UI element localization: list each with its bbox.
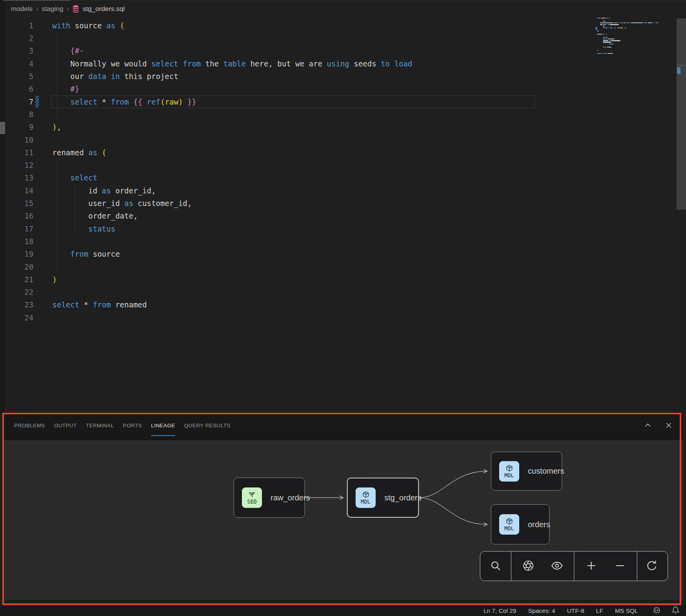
code-line-11[interactable]: 11renamed as ( (5, 146, 106, 159)
code-text: our data in this project (52, 70, 178, 83)
line-number: 19 (5, 248, 33, 261)
code-line-24[interactable]: 24 (5, 311, 52, 324)
code-line-22[interactable]: 22 (5, 286, 52, 299)
code-text: user_id as customer_id, (52, 197, 192, 210)
breadcrumb-separator: › (67, 6, 69, 13)
panel-actions (643, 421, 673, 430)
code-line-19[interactable]: 19 from source (5, 248, 120, 261)
code-text: select (52, 171, 97, 184)
line-number: 1 (5, 19, 33, 32)
breadcrumb: models › staging › stg_orders.sql (5, 1, 125, 17)
tab-problems[interactable]: PROBLEMS (14, 416, 45, 436)
code-editor[interactable]: 1with source as (23 {#-4 Normally we wou… (5, 17, 677, 413)
eye-button[interactable] (546, 555, 568, 577)
tab-lineage[interactable]: LINEAGE (151, 416, 175, 436)
code-line-9[interactable]: 9), (5, 121, 61, 134)
eye-icon (551, 560, 563, 573)
code-text: ), (52, 121, 61, 134)
refresh-icon (646, 560, 658, 573)
bell-button[interactable] (671, 607, 680, 615)
line-number: 20 (5, 261, 33, 274)
node-label: customers (528, 467, 564, 476)
line-number: 16 (5, 210, 33, 222)
copilot-button[interactable] (652, 607, 661, 615)
code-text: select * from renamed (52, 298, 147, 311)
code-line-14[interactable]: 14 id as order_id, (5, 184, 156, 197)
line-number: 21 (5, 273, 33, 286)
code-line-1[interactable]: 1with source as ( (5, 19, 124, 32)
minus-button[interactable] (609, 555, 631, 577)
left-rail-scroll-indicator[interactable] (0, 122, 5, 134)
line-number: 22 (5, 286, 33, 299)
node-badge: MDL (499, 514, 519, 535)
panel-scrollbar-track[interactable] (4, 600, 683, 605)
vscode-window: models › staging › stg_orders.sql 1with … (0, 0, 686, 616)
search-button[interactable] (484, 555, 507, 577)
code-line-7[interactable]: 7 select * from {{ ref(raw) }} (5, 96, 196, 108)
line-number: 5 (5, 70, 33, 83)
minimap[interactable] (597, 17, 670, 56)
node-badge-label: MDL (504, 525, 514, 531)
code-line-20[interactable]: 20 (5, 261, 52, 274)
status-bar: Ln 7, Col 29Spaces: 4UTF-8LFMS SQL (0, 606, 686, 616)
search-icon (490, 560, 502, 573)
code-line-17[interactable]: 17 status (5, 222, 115, 235)
lineage-node-raw_orders[interactable]: SEDraw_orders (234, 478, 305, 518)
code-line-21[interactable]: 21) (5, 273, 57, 286)
breadcrumb-separator: › (36, 6, 38, 13)
lineage-graph[interactable]: SEDraw_ordersMDLstg_ordersMDLcustomersMD… (4, 440, 683, 606)
tab-query-results[interactable]: QUERY RESULTS (184, 416, 231, 436)
bell-icon (671, 606, 680, 616)
code-line-6[interactable]: 6 #} (5, 83, 79, 96)
breadcrumb-item-staging[interactable]: staging (42, 5, 63, 13)
lineage-node-orders[interactable]: MDLorders (491, 504, 550, 544)
code-line-13[interactable]: 13 select (5, 171, 97, 184)
code-text: {#- (52, 44, 84, 57)
code-line-18[interactable]: 18 (5, 235, 52, 248)
code-line-4[interactable]: 4 Normally we would select from the tabl… (5, 57, 412, 70)
breadcrumb-item-models[interactable]: models (11, 5, 33, 13)
editor-tab-sliver (3, 0, 70, 1)
line-number: 3 (5, 44, 33, 57)
code-line-8[interactable]: 8 (5, 108, 52, 121)
code-line-16[interactable]: 16 order_date, (5, 210, 138, 222)
lineage-node-stg_orders[interactable]: MDLstg_orders (347, 478, 419, 518)
status-indentation[interactable]: Spaces: 4 (528, 607, 555, 614)
line-number: 23 (5, 298, 33, 311)
scrollbar[interactable] (677, 18, 686, 210)
code-text: #} (52, 83, 79, 96)
aperture-icon (522, 560, 534, 573)
tab-ports[interactable]: PORTS (123, 416, 142, 436)
copilot-icon (653, 606, 661, 616)
status-cursor-position[interactable]: Ln 7, Col 29 (483, 607, 516, 614)
tab-terminal[interactable]: TERMINAL (86, 416, 114, 436)
node-badge: MDL (499, 461, 519, 482)
breadcrumb-file-name[interactable]: stg_orders.sql (83, 5, 125, 13)
lineage-toolbar (480, 551, 668, 581)
database-icon (72, 5, 79, 13)
aperture-button[interactable] (517, 555, 540, 577)
code-line-23[interactable]: 23select * from renamed (5, 298, 147, 311)
lineage-node-customers[interactable]: MDLcustomers (491, 452, 562, 491)
code-line-3[interactable]: 3 {#- (5, 44, 84, 57)
line-number: 4 (5, 57, 33, 70)
plus-button[interactable] (580, 555, 603, 577)
code-line-5[interactable]: 5 our data in this project (5, 70, 178, 83)
tab-output[interactable]: OUTPUT (54, 416, 77, 436)
code-line-12[interactable]: 12 (5, 159, 52, 172)
panel-maximize-button[interactable] (643, 421, 653, 430)
code-line-10[interactable]: 10 (5, 134, 52, 147)
tab-bar-border (70, 0, 686, 1)
status-language[interactable]: MS SQL (615, 607, 638, 614)
refresh-button[interactable] (640, 555, 663, 577)
status-encoding[interactable]: UTF-8 (567, 607, 584, 614)
panel-close-button[interactable] (664, 421, 673, 430)
status-eol[interactable]: LF (596, 607, 603, 614)
node-badge-label: MDL (504, 472, 514, 478)
scrollbar-line (677, 65, 686, 66)
code-line-2[interactable]: 2 (5, 32, 52, 45)
code-line-15[interactable]: 15 user_id as customer_id, (5, 197, 192, 210)
line-number: 15 (5, 197, 33, 210)
line-number: 10 (5, 134, 33, 147)
node-label: raw_orders (271, 493, 310, 502)
